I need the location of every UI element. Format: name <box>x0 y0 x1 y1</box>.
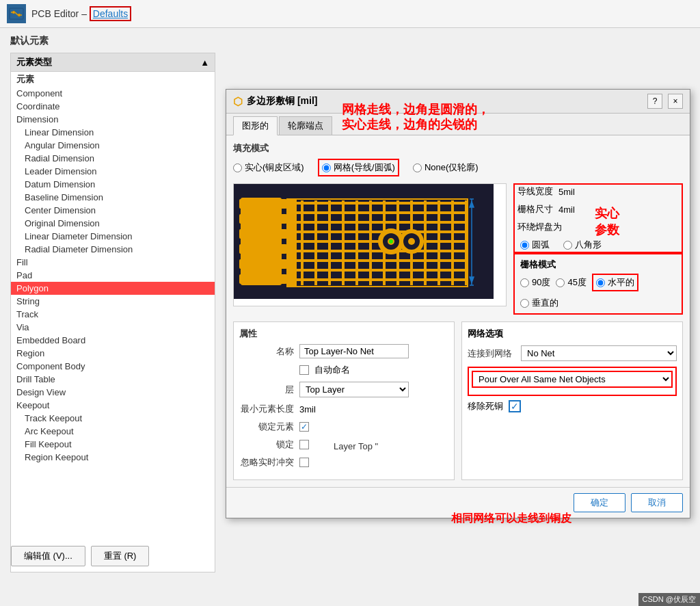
element-list[interactable]: 元素 ComponentCoordinateDimensionLinear Di… <box>11 72 215 537</box>
list-item-keepout[interactable]: Keepout <box>11 399 215 412</box>
list-item-fill[interactable]: Fill <box>11 256 215 269</box>
grid-45-radio[interactable] <box>556 278 565 287</box>
preview-area <box>233 183 507 306</box>
svg-point-2 <box>18 14 21 16</box>
list-item-leader-dimension[interactable]: Leader Dimension <box>11 165 215 178</box>
app-icon <box>7 4 26 23</box>
list-item-via[interactable]: Via <box>11 321 215 334</box>
lock-elements-checkbox[interactable] <box>299 422 309 432</box>
autoname-checkbox[interactable] <box>299 365 309 375</box>
fill-mode-title: 填充模式 <box>233 142 683 155</box>
app-title: PCB Editor – Defaults <box>31 8 131 19</box>
close-button[interactable]: × <box>668 94 683 109</box>
list-item-track[interactable]: Track <box>11 308 215 321</box>
list-item-radial-dimension[interactable]: Radial Dimension <box>11 152 215 165</box>
remove-dead-row: 移除死铜 ✓ <box>468 400 677 412</box>
list-item-component[interactable]: Component <box>11 87 215 100</box>
fill-grid-option[interactable]: 网格(导线/圆弧) <box>318 159 399 176</box>
svg-point-50 <box>389 239 393 243</box>
list-item-radial-diameter-dimension[interactable]: Radial Diameter Dimension <box>11 243 215 256</box>
grid-mode-radios: 90度 45度 水平的 垂直的 <box>520 274 676 309</box>
preview-settings-area: 导线宽度 5mil 栅格尺寸 4mil 环绕焊盘为 圆弧 <box>233 183 683 315</box>
section-label: 默认元素 <box>10 35 690 47</box>
name-row: 名称 <box>239 344 448 358</box>
svg-rect-43 <box>239 259 287 269</box>
list-item-embedded-board[interactable]: Embedded Board <box>11 334 215 347</box>
network-section: 网络选项 连接到网络 No Net Pour Over All Same Net… <box>461 321 683 480</box>
dialog-buttons: 确定 取消 <box>226 487 690 518</box>
connect-net-row: 连接到网络 No Net <box>468 345 677 361</box>
list-item-center-dimension[interactable]: Center Dimension <box>11 204 215 217</box>
list-item-angular-dimension[interactable]: Angular Dimension <box>11 139 215 152</box>
surround-octagon-radio[interactable] <box>563 241 572 250</box>
list-item-dimension[interactable]: Dimension <box>11 113 215 126</box>
pour-over-select[interactable]: Pour Over All Same Net Objects <box>472 371 673 388</box>
list-item-component-body[interactable]: Component Body <box>11 360 215 373</box>
remove-dead-checkbox[interactable]: ✓ <box>509 400 521 412</box>
fill-solid-option[interactable]: 实心(铜皮区域) <box>233 161 304 174</box>
grid-mode-title: 栅格模式 <box>520 259 676 271</box>
fill-none-radio[interactable] <box>413 163 422 172</box>
properties-title: 属性 <box>239 328 448 340</box>
svg-point-1 <box>12 11 15 14</box>
dialog-title: ⬡ 多边形敷铜 [mil] <box>233 95 317 108</box>
surround-arc-radio[interactable] <box>520 241 529 250</box>
list-item-datum-dimension[interactable]: Datum Dimension <box>11 178 215 191</box>
list-item-pad[interactable]: Pad <box>11 269 215 282</box>
surround-pad-radios: 圆弧 八角形 <box>520 239 679 251</box>
network-title: 网络选项 <box>468 328 677 340</box>
surround-arc-option[interactable]: 圆弧 <box>520 239 550 251</box>
reset-button[interactable]: 重置 (R) <box>91 546 150 566</box>
layer-row: 层 Top Layer <box>239 382 448 397</box>
layer-select[interactable]: Top Layer <box>299 382 409 397</box>
grid-horizontal-radio[interactable] <box>596 278 605 287</box>
list-item-fill-keepout[interactable]: Fill Keepout <box>11 438 215 451</box>
svg-point-38 <box>408 238 415 245</box>
svg-rect-42 <box>239 244 287 254</box>
grid-vertical-radio[interactable] <box>520 299 529 308</box>
list-item-drill-table[interactable]: Drill Table <box>11 373 215 386</box>
grid-90-radio[interactable] <box>520 278 529 287</box>
svg-rect-32 <box>287 199 297 287</box>
solid-params-box: 导线宽度 5mil 栅格尺寸 4mil 环绕焊盘为 圆弧 <box>513 183 683 253</box>
grid-90-option[interactable]: 90度 <box>520 274 550 291</box>
surround-pad-row: 环绕焊盘为 <box>517 221 679 233</box>
surround-octagon-option[interactable]: 八角形 <box>563 239 602 251</box>
svg-rect-7 <box>241 198 282 285</box>
grid-mode-section: 栅格模式 90度 45度 水平的 <box>513 253 683 315</box>
fill-none-option[interactable]: None(仅轮廓) <box>413 161 479 174</box>
tab-contour[interactable]: 轮廓端点 <box>279 116 332 135</box>
edit-value-button[interactable]: 编辑值 (V)... <box>11 546 85 566</box>
list-item-polygon[interactable]: Polygon <box>11 282 215 295</box>
list-item-design-view[interactable]: Design View <box>11 386 215 399</box>
title-bar: PCB Editor – Defaults <box>0 0 700 28</box>
properties-section: 属性 名称 自动命名 层 Top Layer 最小元素长度 <box>233 321 455 480</box>
list-item-linear-dimension[interactable]: Linear Dimension <box>11 126 215 139</box>
list-item-region-keepout[interactable]: Region Keepout <box>11 451 215 464</box>
fill-grid-radio[interactable] <box>322 163 331 172</box>
ignore-conflict-checkbox[interactable] <box>299 458 309 467</box>
svg-rect-44 <box>239 274 287 284</box>
connect-net-select[interactable]: No Net <box>521 345 677 361</box>
list-item-track-keepout[interactable]: Track Keepout <box>11 412 215 425</box>
lock-checkbox[interactable] <box>299 440 309 449</box>
grid-vertical-option[interactable]: 垂直的 <box>520 297 558 309</box>
help-button[interactable]: ? <box>647 94 662 109</box>
list-item-region[interactable]: Region <box>11 347 215 360</box>
list-item-baseline-dimension[interactable]: Baseline Dimension <box>11 191 215 204</box>
name-input[interactable] <box>299 344 409 358</box>
list-item-coordinate[interactable]: Coordinate <box>11 100 215 113</box>
list-item-original-dimension[interactable]: Original Dimension <box>11 217 215 230</box>
fill-solid-radio[interactable] <box>233 163 242 172</box>
cancel-button[interactable]: 取消 <box>631 493 683 512</box>
grid-45-option[interactable]: 45度 <box>556 274 586 291</box>
fill-mode-radios: 实心(铜皮区域) 网格(导线/圆弧) None(仅轮廓) <box>233 159 683 176</box>
list-item-string[interactable]: String <box>11 295 215 308</box>
list-item-linear-diameter-dimension[interactable]: Linear Diameter Dimension <box>11 230 215 243</box>
polygon-dialog: ⬡ 多边形敷铜 [mil] ? × 图形的 轮廓端点 填充模式 实心(铜皮区域)… <box>226 89 690 518</box>
grid-horizontal-option[interactable]: 水平的 <box>592 274 638 291</box>
settings-panel: 导线宽度 5mil 栅格尺寸 4mil 环绕焊盘为 圆弧 <box>513 183 683 315</box>
tab-graphical[interactable]: 图形的 <box>233 116 278 135</box>
list-item-arc-keepout[interactable]: Arc Keepout <box>11 425 215 438</box>
confirm-button[interactable]: 确定 <box>574 493 625 512</box>
